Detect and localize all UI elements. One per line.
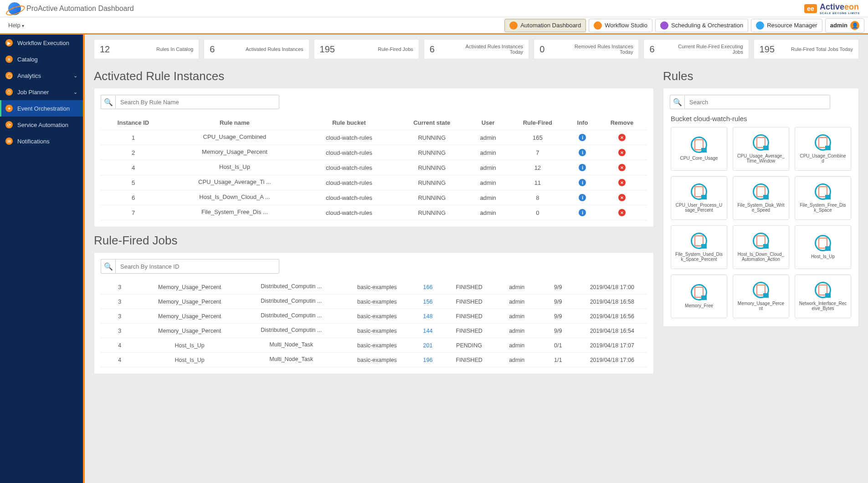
rule-card[interactable]: File_System_Disk_Write_Speed [733, 176, 789, 220]
rule-label: CPU_Usage_Combined [797, 153, 849, 164]
col-header[interactable]: Instance ID [101, 116, 166, 130]
kpi-card: 12Rules In Catalog [94, 39, 199, 59]
sidebar-item[interactable]: ▶Workflow Execution [0, 35, 83, 51]
col-header[interactable]: Rule bucket [303, 116, 395, 130]
col-header[interactable]: Current state [395, 116, 469, 130]
table-row[interactable]: 7 File_System_Free_Dis ... cloud-watch-r… [101, 205, 647, 220]
info-icon[interactable]: i [579, 179, 586, 186]
kpi-row: 12Rules In Catalog6Activated Rules Insta… [94, 39, 859, 59]
brand-badge-icon: ee [804, 4, 817, 13]
job-id-link[interactable]: 144 [423, 328, 433, 334]
rule-card[interactable]: Network_Interface_Receive_Bytes [795, 275, 851, 318]
info-icon[interactable]: i [579, 164, 586, 171]
bucket-title: Bucket cloud-watch-rules [671, 115, 851, 122]
sidebar-item[interactable]: ⟳Service Automation [0, 117, 83, 133]
rule-label: File_System_Disk_Write_Speed [735, 203, 787, 213]
help-menu[interactable]: Help [8, 22, 24, 29]
remove-icon[interactable]: × [618, 164, 626, 171]
rule-label: File_System_Used_Disk_Space_Percent [673, 252, 725, 262]
col-header[interactable]: User [469, 116, 507, 130]
table-row[interactable]: 4 Host_Is_Up Multi_Node_Task basic-examp… [101, 338, 647, 353]
user-avatar-icon: 👤 [850, 21, 859, 30]
rule-card[interactable]: File_System_Free_Disk_Space [795, 176, 851, 220]
app-icon [509, 21, 518, 30]
kpi-number: 6 [649, 44, 665, 55]
sidebar-icon: ⏱ [5, 88, 13, 96]
rule-card[interactable]: CPU_Usage_Average_Time_Window [733, 127, 789, 171]
instances-title: Activated Rule Instances [94, 69, 654, 83]
job-id-link[interactable]: 148 [423, 313, 433, 320]
col-header[interactable]: Rule name [166, 116, 303, 130]
sidebar-icon: ▶ [5, 39, 13, 46]
user-menu[interactable]: admin 👤 [825, 18, 864, 33]
jobs-title: Rule-Fired Jobs [94, 234, 654, 248]
table-row[interactable]: 6 Host_Is_Down_Cloud_A ... cloud-watch-r… [101, 190, 647, 205]
rule-label: Network_Interface_Receive_Bytes [797, 301, 849, 311]
rule-card[interactable]: Memory_Free [671, 275, 727, 318]
table-row[interactable]: 4 Host_Is_Up Multi_Node_Task basic-examp… [101, 353, 647, 367]
jobs-table: 3 Memory_Usage_Percent Distributed_Compu… [101, 280, 647, 367]
kpi-number: 6 [430, 44, 445, 55]
col-header[interactable]: Info [568, 116, 597, 130]
rule-card[interactable]: File_System_Used_Disk_Space_Percent [671, 225, 727, 269]
nav-button[interactable]: Workflow Studio [589, 19, 652, 32]
rules-search-input[interactable] [684, 95, 830, 109]
kpi-number: 195 [320, 44, 335, 55]
remove-icon[interactable]: × [618, 134, 626, 141]
job-id-link[interactable]: 166 [423, 284, 433, 290]
info-icon[interactable]: i [579, 209, 586, 216]
rule-card[interactable]: CPU_Usage_Combined [795, 127, 851, 171]
sidebar-label: Event Orchestration [17, 105, 70, 112]
rule-icon [691, 183, 707, 200]
nav-button[interactable]: Scheduling & Orchestration [655, 19, 748, 32]
table-row[interactable]: 3 Memory_Usage_Percent Distributed_Compu… [101, 295, 647, 309]
sidebar-item[interactable]: ◯Analytics [0, 67, 83, 84]
table-row[interactable]: 2 Memory_Usage_Percent cloud-watch-rules… [101, 145, 647, 160]
rule-card[interactable]: Host_Is_Down_Cloud_Automation_Action [733, 225, 789, 269]
rule-icon [753, 134, 769, 151]
remove-icon[interactable]: × [618, 209, 626, 216]
kpi-number: 6 [210, 44, 225, 55]
rule-card[interactable]: Host_Is_Up [795, 225, 851, 269]
rule-icon [691, 233, 707, 249]
kpi-label: Activated Rules Instances [231, 46, 303, 52]
remove-icon[interactable]: × [618, 149, 626, 156]
rule-card[interactable]: CPU_Core_Usage [671, 127, 727, 171]
job-id-link[interactable]: 196 [423, 357, 433, 363]
job-id-link[interactable]: 201 [423, 342, 433, 349]
rule-icon [815, 235, 831, 251]
sidebar-item[interactable]: ✦Event Orchestration [0, 100, 83, 117]
table-row[interactable]: 3 Memory_Usage_Percent Distributed_Compu… [101, 309, 647, 324]
rule-card[interactable]: CPU_User_Process_Usage_Percent [671, 176, 727, 220]
nav-button[interactable]: Automation Dashboard [504, 19, 586, 32]
sidebar: ▶Workflow Execution≡Catalog◯Analytics⏱Jo… [0, 35, 85, 483]
table-row[interactable]: 3 Memory_Usage_Percent Distributed_Compu… [101, 280, 647, 295]
app-icon [756, 21, 764, 30]
rule-card[interactable]: Memory_Usage_Percent [733, 275, 789, 318]
kpi-label: Rule-Fired Jobs [342, 46, 413, 52]
remove-icon[interactable]: × [618, 194, 626, 201]
job-id-link[interactable]: 156 [423, 299, 433, 305]
sidebar-item[interactable]: ≡Catalog [0, 51, 83, 67]
table-row[interactable]: 4 Host_Is_Up cloud-watch-rules RUNNING a… [101, 160, 647, 175]
remove-icon[interactable]: × [618, 179, 626, 186]
sidebar-item[interactable]: ✉Notifications [0, 133, 83, 149]
info-icon[interactable]: i [579, 134, 586, 141]
jobs-search-input[interactable] [115, 259, 279, 274]
info-icon[interactable]: i [579, 149, 586, 156]
col-header[interactable]: Rule-Fired [507, 116, 568, 130]
info-icon[interactable]: i [579, 194, 586, 201]
nav-button[interactable]: Resource Manager [751, 19, 822, 32]
table-row[interactable]: 5 CPU_Usage_Average_Ti ... cloud-watch-r… [101, 175, 647, 190]
rule-icon [753, 183, 769, 200]
sidebar-item[interactable]: ⏱Job Planner [0, 84, 83, 100]
col-header[interactable]: Remove [597, 116, 647, 130]
sidebar-icon: ⟳ [5, 121, 13, 128]
top-bar: ProActive Automation Dashboard ee Active… [0, 0, 868, 17]
app-icon [660, 21, 668, 30]
table-row[interactable]: 1 CPU_Usage_Combined cloud-watch-rules R… [101, 130, 647, 145]
sidebar-icon: ◯ [5, 72, 13, 79]
table-row[interactable]: 3 Memory_Usage_Percent Distributed_Compu… [101, 324, 647, 338]
rules-title: Rules [663, 69, 859, 83]
instances-search-input[interactable] [115, 95, 279, 109]
